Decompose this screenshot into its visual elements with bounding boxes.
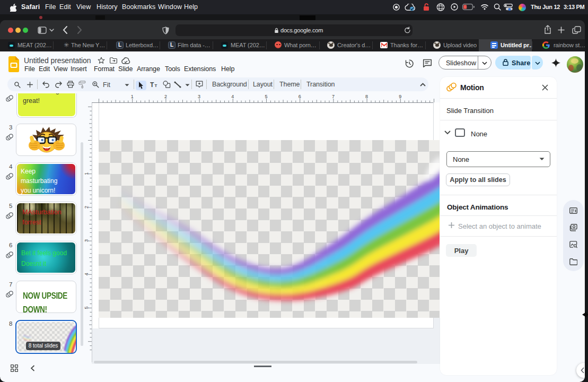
svg-text:T: T bbox=[155, 83, 157, 88]
svg-text:8: 8 bbox=[365, 94, 368, 99]
svg-text:3: 3 bbox=[198, 94, 200, 99]
svg-text:2: 2 bbox=[164, 94, 167, 99]
svg-text:6: 6 bbox=[299, 94, 301, 99]
svg-text:7: 7 bbox=[332, 94, 335, 99]
svg-text:1: 1 bbox=[131, 94, 134, 99]
svg-text:T: T bbox=[150, 82, 154, 88]
svg-text:4: 4 bbox=[231, 94, 234, 99]
svg-text:5: 5 bbox=[265, 94, 267, 99]
svg-text:9: 9 bbox=[399, 94, 401, 99]
